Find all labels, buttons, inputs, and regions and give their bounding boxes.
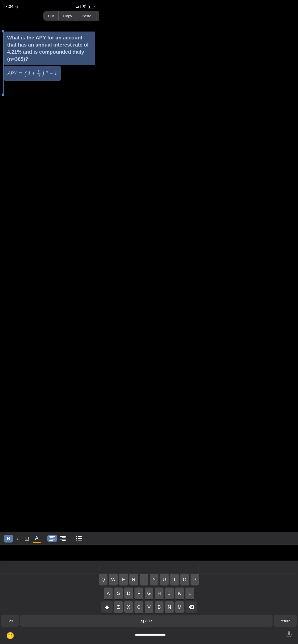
battery-icon [88, 5, 94, 8]
formula-block: APY = ( 1 + r n ) n − 1 [4, 66, 61, 81]
selected-question-text: What is the APY for an account that has … [7, 34, 92, 63]
context-menu: Cut Copy Paste ⊟ ▶ [43, 11, 99, 21]
formula-text: APY = ( 1 + r n ) n − 1 [8, 69, 57, 78]
context-menu-format[interactable]: ⊟ [96, 11, 99, 21]
wifi-icon [82, 5, 86, 9]
selected-text-block: What is the APY for an account that has … [4, 32, 95, 65]
content-area: Cut Copy Paste ⊟ ▶ What is the APY for a… [0, 11, 99, 93]
context-menu-cut[interactable]: Cut [43, 11, 59, 21]
signal-icon [76, 5, 80, 8]
context-menu-copy[interactable]: Copy [59, 11, 77, 21]
context-menu-paste[interactable]: Paste [77, 11, 96, 21]
status-bar: 7:24 ◁ [0, 0, 99, 11]
location-arrow-icon: ◁ [15, 5, 18, 9]
status-time: 7:24 [5, 4, 13, 9]
status-icons [76, 5, 94, 9]
